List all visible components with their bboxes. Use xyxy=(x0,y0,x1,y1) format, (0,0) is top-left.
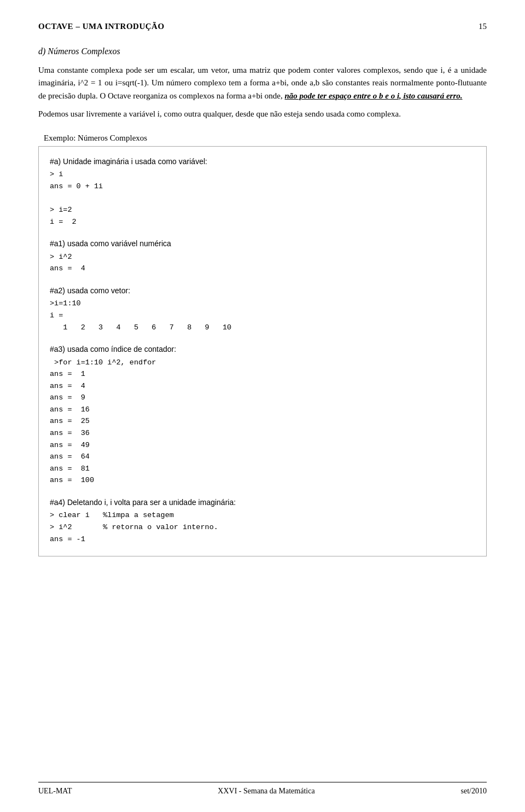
ex-code-a: > i ans = 0 + 1i > i=2 i = 2 xyxy=(50,169,475,228)
footer-center: XXVI - Semana da Matemática xyxy=(218,787,314,796)
footer-left: UEL-MAT xyxy=(38,787,72,796)
header-octave: OCTAVE xyxy=(38,22,73,31)
example-box: #a) Unidade imaginária i usada como vari… xyxy=(38,146,487,556)
ex-comment-a1: #a1) usada como variável numérica xyxy=(50,237,475,250)
page-footer: UEL-MAT XXVI - Semana da Matemática set/… xyxy=(38,782,487,796)
ex-code-a2: >i=1:10 i = 1 2 3 4 5 6 7 8 9 10 xyxy=(50,298,475,333)
ex-code-a3: >for i=1:10 i^2, endfor ans = 1 ans = 4 … xyxy=(50,357,475,487)
example-section-a1: #a1) usada como variável numérica > i^2 … xyxy=(50,237,475,275)
section-title: Números Complexos xyxy=(48,47,120,56)
example-label: Exemplo: Números Complexos xyxy=(44,134,487,143)
example-section-a: #a) Unidade imaginária i usada como vari… xyxy=(50,155,475,228)
section-letter: d) xyxy=(38,47,45,56)
page: OCTAVE – UMA INTRODUÇÃO 15 d) Números Co… xyxy=(0,0,525,812)
ex-comment-a3: #a3) usada como índice de contador: xyxy=(50,343,475,355)
example-section-a3: #a3) usada como índice de contador: >for… xyxy=(50,343,475,486)
ex-code-a1: > i^2 ans = 4 xyxy=(50,251,475,275)
paragraph-2: Podemos usar livremente a variável i, co… xyxy=(38,108,487,120)
section-heading: d) Números Complexos xyxy=(38,47,487,56)
example-section-a4: #a4) Deletando i, i volta para ser a uni… xyxy=(50,496,475,545)
paragraph-1: Uma constante complexa pode ser um escal… xyxy=(38,64,487,102)
footer-right: set/2010 xyxy=(461,787,487,796)
header-title: OCTAVE – UMA INTRODUÇÃO xyxy=(38,22,165,31)
ex-comment-a2: #a2) usada como vetor: xyxy=(50,285,475,297)
ex-comment-a4: #a4) Deletando i, i volta para ser a uni… xyxy=(50,496,475,508)
italic-text: não pode ter espaço entre o b e o i, ist… xyxy=(285,91,463,100)
ex-code-a4: > clear i %limpa a setagem > i^2 % retor… xyxy=(50,509,475,545)
example-section-a2: #a2) usada como vetor: >i=1:10 i = 1 2 3… xyxy=(50,285,475,333)
page-header: OCTAVE – UMA INTRODUÇÃO 15 xyxy=(38,22,487,31)
page-number: 15 xyxy=(479,22,487,31)
header-subtitle: – UMA INTRODUÇÃO xyxy=(75,22,164,31)
ex-comment-a: #a) Unidade imaginária i usada como vari… xyxy=(50,155,475,167)
